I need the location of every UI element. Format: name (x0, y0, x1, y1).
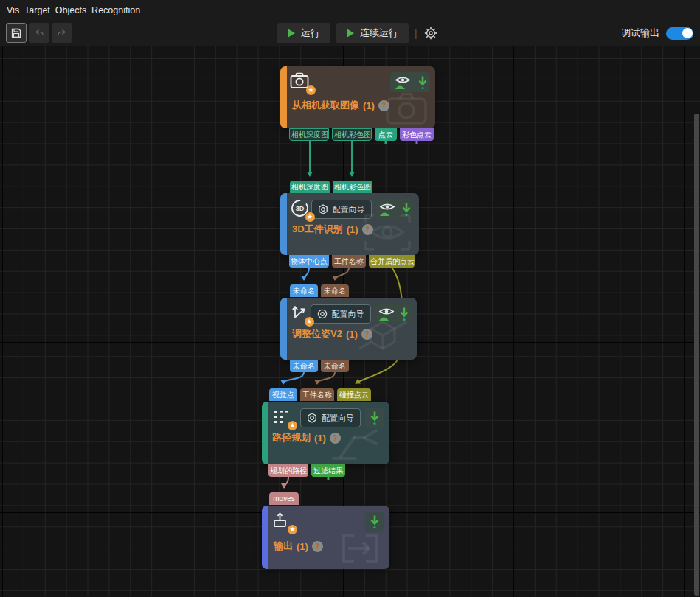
camera-node-output-ports: 相机深度图 相机彩色图 点云 彩色点云 (289, 128, 434, 141)
node-accent-bar (280, 193, 287, 255)
title-bar: Vis_Target_Objects_Recognition (0, 0, 700, 21)
port-camera-color-image-out[interactable]: 相机彩色图 (332, 128, 372, 141)
node-path-planning[interactable]: ★ 配置向导 路径规划 (1) ? (262, 402, 389, 464)
path-planning-output-ports: 规划的路径 过滤结果 (268, 464, 345, 477)
port-planned-path-out[interactable]: 规划的路径 (268, 464, 308, 477)
node-title: 路径规划 (272, 431, 311, 444)
wire-workpiece-name-2[interactable] (317, 372, 335, 384)
wire-vision-points[interactable] (283, 372, 304, 384)
port-unnamed-in-1[interactable]: 未命名 (290, 284, 318, 297)
port-object-center-point-out[interactable]: 物体中心点 (289, 255, 329, 268)
undo-button[interactable] (29, 23, 49, 43)
graph-canvas[interactable]: ★ 从相机获取图像 (1) ? (0, 46, 700, 597)
port-unnamed-out-1[interactable]: 未命名 (290, 360, 318, 372)
wizard-gear-icon (307, 413, 317, 423)
port-point-cloud-out[interactable]: 点云 (375, 128, 397, 141)
recognition-node-output-ports: 物体中心点 工件名称 合并后的点云 (289, 255, 415, 268)
run-button[interactable]: 运行 (277, 23, 330, 43)
help-badge[interactable]: ? (361, 329, 372, 340)
save-icon (10, 27, 22, 39)
node-camera-capture[interactable]: ★ 从相机获取图像 (1) ? (280, 66, 435, 128)
separator: | (415, 27, 417, 39)
visualization-eye-button[interactable] (390, 72, 415, 92)
port-camera-depth-image-out[interactable]: 相机深度图 (289, 128, 329, 141)
node-adjust-pose-v2[interactable]: ★ 配置向导 调整 (280, 298, 417, 360)
node-title: 输出 (274, 540, 293, 553)
star-badge-icon: ★ (306, 85, 316, 95)
help-badge[interactable]: ? (378, 100, 389, 111)
play-icon (288, 29, 295, 38)
wire-object-center[interactable] (304, 268, 309, 280)
camera-icon: ★ (290, 71, 312, 94)
output-icon: ★ (271, 511, 294, 533)
wire-workpiece-name-1[interactable] (335, 268, 349, 280)
port-unnamed-in-2[interactable]: 未命名 (321, 284, 349, 297)
output-node-input-ports: moves (269, 492, 299, 505)
port-workpiece-name-out[interactable]: 工件名称 (332, 255, 366, 268)
help-badge[interactable]: ? (330, 433, 341, 444)
toolbar-run-group: 运行 连续运行 | (277, 23, 438, 43)
svg-text:3D: 3D (296, 205, 305, 212)
output-watermark-icon (338, 531, 382, 566)
save-button[interactable] (6, 23, 27, 43)
toolbar: 运行 连续运行 | 调试输出 (0, 21, 700, 46)
toolbar-file-group (6, 23, 72, 43)
node-count: (1) (314, 433, 326, 444)
port-moves-in[interactable]: moves (269, 492, 299, 505)
node-3d-workpiece-recognition[interactable]: 3D ★ 配置向导 (280, 193, 419, 255)
debug-output-group: 调试输出 (621, 27, 693, 40)
node-accent-bar (280, 298, 287, 360)
undo-icon (33, 27, 45, 39)
config-wizard-label: 配置向导 (333, 204, 365, 215)
node-count: (1) (346, 329, 358, 340)
star-badge-icon: ★ (288, 421, 297, 430)
run-button-label: 运行 (301, 27, 320, 40)
node-accent-bar (280, 66, 287, 128)
download-arrow-button[interactable] (415, 72, 430, 92)
adjust-pose-output-ports: 未命名 未命名 (290, 360, 349, 372)
node-accent-bar (262, 506, 268, 569)
port-unnamed-out-2[interactable]: 未命名 (321, 360, 349, 372)
port-collision-point-cloud-in[interactable]: 碰撞点云 (337, 388, 371, 401)
port-merged-point-cloud-out[interactable]: 合并后的点云 (369, 255, 415, 268)
node-title: 从相机获取图像 (292, 99, 359, 112)
redo-button[interactable] (52, 23, 72, 43)
application-window: Vis_Target_Objects_Recognition (0, 0, 700, 597)
path-planning-input-ports: 视觉点 工件名称 碰撞点云 (269, 388, 371, 401)
debug-output-toggle[interactable] (666, 27, 693, 40)
continuous-run-button[interactable]: 连续运行 (336, 23, 409, 43)
star-badge-icon: ★ (288, 525, 297, 534)
wire-planned-path[interactable] (284, 477, 288, 488)
3d-recognition-icon: 3D ★ (290, 198, 311, 220)
camera-watermark-icon (385, 91, 428, 125)
node-title: 调整位姿V2 (292, 327, 342, 341)
node-output[interactable]: ★ 输出 (1) ? (262, 506, 389, 569)
port-filter-result-out[interactable]: 过滤结果 (311, 464, 345, 477)
vertical-scrollbar[interactable] (694, 114, 699, 596)
adjust-pose-input-ports: 未命名 未命名 (290, 284, 349, 297)
node-count: (1) (363, 100, 375, 111)
play-icon (347, 29, 354, 38)
path-planning-icon: ★ (271, 407, 294, 429)
port-camera-depth-image-in[interactable]: 相机深度图 (290, 181, 330, 193)
help-badge[interactable]: ? (362, 224, 373, 235)
node-accent-bar (262, 402, 268, 464)
port-vision-points-in[interactable]: 视觉点 (269, 388, 297, 401)
run-settings-button[interactable] (423, 26, 438, 41)
download-arrow-button[interactable] (365, 512, 384, 532)
adjust-pose-icon: ★ (290, 303, 311, 325)
port-color-point-cloud-out[interactable]: 彩色点云 (400, 128, 434, 141)
help-badge[interactable]: ? (312, 541, 323, 552)
node-count: (1) (347, 224, 358, 235)
recognition-node-input-ports: 相机深度图 相机彩色图 (290, 181, 372, 193)
port-workpiece-name-in[interactable]: 工件名称 (300, 388, 334, 401)
window-title: Vis_Target_Objects_Recognition (7, 0, 140, 21)
star-badge-icon: ★ (305, 317, 314, 327)
toggle-knob (682, 28, 693, 38)
node-title: 3D工件识别 (292, 223, 343, 236)
port-camera-color-image-in[interactable]: 相机彩色图 (333, 181, 372, 193)
wizard-gear-icon (318, 204, 328, 214)
wizard-gear-icon (317, 309, 328, 319)
node-count: (1) (297, 541, 308, 552)
continuous-run-label: 连续运行 (360, 27, 398, 40)
